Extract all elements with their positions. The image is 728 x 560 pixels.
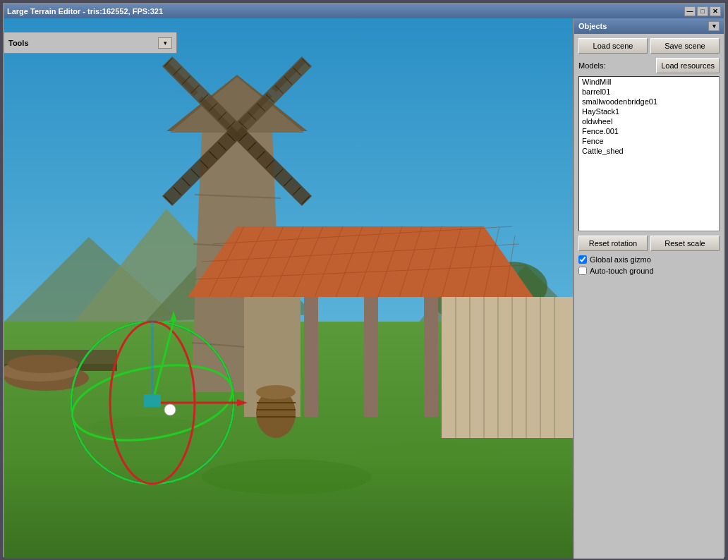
svg-rect-88 <box>364 297 378 417</box>
global-axis-label: Global axis gizmo <box>590 255 651 264</box>
title-bar: Large Terrain Editor - tris:162552, FPS:… <box>4 4 724 18</box>
minimize-button[interactable]: — <box>684 6 696 16</box>
model-item[interactable]: HayStack1 <box>579 106 719 116</box>
model-item[interactable]: Cattle_shed <box>579 146 719 156</box>
models-row: Models: Load resources <box>578 58 720 73</box>
svg-point-104 <box>89 417 202 438</box>
model-item[interactable]: smallwoodenbridge01 <box>579 97 719 106</box>
close-button[interactable]: ✕ <box>710 6 721 16</box>
svg-point-106 <box>202 459 371 494</box>
objects-content: Load scene Save scene Models: Load resou… <box>574 34 724 282</box>
maximize-button[interactable]: □ <box>697 6 708 16</box>
auto-touch-row: Auto-touch ground <box>578 267 720 275</box>
global-axis-checkbox[interactable] <box>578 255 587 264</box>
objects-title-controls: ▾ <box>708 21 720 31</box>
svg-point-117 <box>164 404 176 415</box>
objects-title: Objects <box>578 22 607 30</box>
model-item[interactable]: Fence <box>579 136 719 146</box>
load-scene-button[interactable]: Load scene <box>578 38 648 54</box>
svg-rect-89 <box>424 297 438 417</box>
tools-toggle-button[interactable]: ▾ <box>158 37 172 49</box>
model-item[interactable]: Fence.001 <box>579 126 719 136</box>
svg-point-100 <box>256 385 296 399</box>
reset-rotation-button[interactable]: Reset rotation <box>578 236 648 251</box>
viewport[interactable]: Tools ▾ <box>4 18 576 559</box>
model-item[interactable]: WindMill <box>579 77 719 87</box>
svg-rect-87 <box>304 297 318 417</box>
svg-point-15 <box>8 355 78 373</box>
tools-panel: Tools ▾ <box>4 32 177 54</box>
models-list[interactable]: WindMillbarrel01smallwoodenbridge01HaySt… <box>578 76 720 231</box>
title-bar-controls: — □ ✕ <box>684 6 721 16</box>
load-resources-button[interactable]: Load resources <box>656 58 720 73</box>
reset-scale-button[interactable]: Reset scale <box>650 236 720 251</box>
model-item[interactable]: barrel01 <box>579 87 719 97</box>
objects-title-bar: Objects ▾ <box>574 18 724 34</box>
auto-touch-label: Auto-touch ground <box>590 267 654 275</box>
models-label: Models: <box>578 61 606 70</box>
auto-touch-checkbox[interactable] <box>578 267 587 275</box>
global-axis-row: Global axis gizmo <box>578 255 720 264</box>
svg-rect-90 <box>442 297 576 438</box>
objects-toggle-button[interactable]: ▾ <box>708 21 720 31</box>
tools-label: Tools <box>8 39 29 47</box>
scene-svg <box>4 18 576 559</box>
window-title: Large Terrain Editor - tris:162552, FPS:… <box>7 7 163 16</box>
save-scene-button[interactable]: Save scene <box>650 38 720 54</box>
model-item[interactable]: oldwheel <box>579 116 719 126</box>
svg-point-105 <box>357 442 498 470</box>
action-buttons-row: Reset rotation Reset scale <box>578 236 720 251</box>
objects-panel: Objects ▾ Load scene Save scene Models: … <box>573 18 724 559</box>
svg-rect-116 <box>144 394 161 407</box>
scene-buttons-row: Load scene Save scene <box>578 38 720 54</box>
